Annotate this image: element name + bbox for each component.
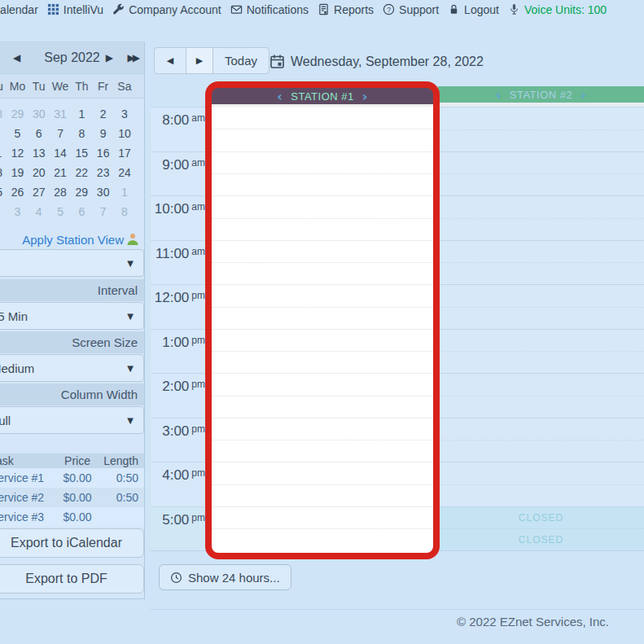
mini-calendar-day[interactable]: 24 bbox=[118, 166, 131, 179]
nav-item-logout[interactable]: Logout bbox=[448, 3, 499, 16]
nav-item-calendar[interactable]: Calendar bbox=[0, 3, 38, 16]
today-button[interactable]: Today bbox=[213, 48, 269, 73]
mini-calendar-day[interactable]: 11 bbox=[0, 147, 2, 160]
station-view-select[interactable]: ▼ bbox=[0, 249, 144, 277]
mini-calendar-day[interactable]: 3 bbox=[15, 205, 21, 218]
mini-calendar-day[interactable]: 14 bbox=[54, 147, 67, 160]
interval-select[interactable]: 15 Min ▼ bbox=[0, 302, 144, 330]
mini-calendar-day[interactable]: 1 bbox=[121, 186, 128, 199]
mini-calendar-day[interactable]: 5 bbox=[57, 205, 64, 218]
nav-item-support[interactable]: ? Support bbox=[383, 3, 439, 16]
services-table: Task Price Length Service #1$0.000:50Ser… bbox=[0, 453, 145, 527]
nav-label: Notifications bbox=[247, 3, 309, 16]
mini-calendar-day[interactable]: 21 bbox=[54, 166, 67, 179]
mini-calendar-day[interactable]: 5 bbox=[15, 127, 21, 140]
show-24-hours-button[interactable]: Show 24 hours... bbox=[159, 564, 291, 590]
mini-calendar-day[interactable]: 26 bbox=[11, 186, 24, 199]
station1-slot[interactable] bbox=[212, 506, 433, 551]
service-row[interactable]: Service #3$0.00 bbox=[0, 507, 145, 527]
station2-slot[interactable] bbox=[438, 107, 644, 151]
mini-calendar-day[interactable]: 15 bbox=[76, 147, 89, 160]
station1-slot[interactable] bbox=[212, 373, 433, 418]
wrench-icon bbox=[112, 3, 125, 15]
station1-slot[interactable] bbox=[212, 462, 433, 506]
nav-item-notifications[interactable]: Notifications bbox=[230, 3, 309, 16]
mini-calendar-day[interactable]: 13 bbox=[33, 147, 46, 160]
mini-calendar-day[interactable]: 19 bbox=[11, 166, 24, 179]
station2-slot[interactable] bbox=[438, 373, 644, 418]
mini-calendar-day[interactable]: 30 bbox=[97, 186, 110, 199]
mini-calendar-day[interactable]: 31 bbox=[54, 107, 67, 120]
mini-calendar-day[interactable]: 6 bbox=[78, 205, 85, 218]
time-label: 10:00am bbox=[151, 195, 210, 240]
station2-prev-icon[interactable]: ‹ bbox=[496, 87, 502, 103]
nav-item-reports[interactable]: Reports bbox=[318, 3, 374, 16]
station1-slot[interactable] bbox=[212, 151, 433, 196]
mini-calendar-next-button[interactable]: ▶ bbox=[106, 52, 113, 64]
service-row[interactable]: Service #1$0.000:50 bbox=[0, 468, 145, 488]
weekday-label: Tu bbox=[33, 80, 46, 93]
column-width-label: Column Width bbox=[0, 383, 144, 405]
station1-slot[interactable] bbox=[212, 195, 433, 240]
station2-slot[interactable] bbox=[438, 418, 644, 462]
station1-next-icon[interactable]: › bbox=[362, 89, 368, 104]
mini-calendar-day[interactable]: 29 bbox=[11, 107, 24, 120]
station2-header[interactable]: ‹ STATION #2 › bbox=[438, 86, 644, 103]
station2-slot[interactable] bbox=[438, 329, 644, 374]
station1-slot[interactable] bbox=[212, 107, 433, 151]
mini-calendar-day[interactable]: 18 bbox=[0, 166, 2, 179]
mini-calendar-day[interactable]: 3 bbox=[121, 107, 128, 120]
mini-calendar-day[interactable]: 2 bbox=[100, 107, 107, 120]
nav-item-company-account[interactable]: Company Account bbox=[112, 3, 221, 16]
station2-slot[interactable] bbox=[438, 151, 644, 196]
mini-calendar-day[interactable]: 10 bbox=[118, 127, 131, 140]
mini-calendar-day[interactable]: 28 bbox=[0, 107, 2, 120]
service-row[interactable]: Service #2$0.000:50 bbox=[0, 488, 145, 507]
station1-slot[interactable] bbox=[212, 284, 433, 329]
mini-calendar-day[interactable]: 16 bbox=[97, 147, 110, 160]
mini-calendar-day[interactable]: 12 bbox=[11, 147, 24, 160]
apply-station-view-link[interactable]: Apply Station View bbox=[22, 232, 140, 247]
mini-calendar-day[interactable]: 1 bbox=[78, 107, 85, 120]
mini-calendar-day[interactable]: 27 bbox=[33, 186, 46, 199]
mini-calendar-day[interactable]: 29 bbox=[76, 186, 89, 199]
mini-calendar-day[interactable]: 17 bbox=[118, 147, 131, 160]
station2-slot[interactable] bbox=[438, 240, 644, 285]
column-width-select[interactable]: Full ▼ bbox=[0, 406, 144, 434]
nav-item-intellivu[interactable]: IntelliVu bbox=[47, 3, 103, 16]
station2-slot[interactable] bbox=[438, 462, 644, 506]
station2-next-icon[interactable]: › bbox=[580, 87, 586, 103]
mini-calendar-day[interactable]: 30 bbox=[33, 107, 46, 120]
export-pdf-button[interactable]: Export to PDF bbox=[0, 564, 144, 594]
mini-calendar-day[interactable]: 8 bbox=[78, 127, 85, 140]
next-day-button[interactable]: ▶ bbox=[186, 48, 213, 73]
mini-calendar-day[interactable]: 6 bbox=[36, 127, 42, 140]
prev-day-button[interactable]: ◀ bbox=[155, 48, 186, 73]
screen-size-select[interactable]: Medium ▼ bbox=[0, 354, 144, 382]
mini-calendar-day[interactable]: 4 bbox=[36, 205, 42, 218]
station1-prev-icon[interactable]: ‹ bbox=[277, 89, 283, 104]
station2-slot[interactable] bbox=[438, 195, 644, 240]
station1-header[interactable]: ‹ STATION #1 › bbox=[212, 88, 433, 104]
mini-calendar-day[interactable]: 8 bbox=[121, 205, 128, 218]
envelope-icon bbox=[230, 3, 243, 15]
mini-calendar-day[interactable]: 22 bbox=[76, 166, 89, 179]
mini-calendar-day[interactable]: 23 bbox=[97, 166, 110, 179]
mini-calendar-day[interactable]: 20 bbox=[33, 166, 46, 179]
station1-slot[interactable] bbox=[212, 240, 433, 285]
mini-calendar-day[interactable]: 7 bbox=[57, 127, 64, 140]
weekday-label: We bbox=[52, 80, 69, 93]
mini-calendar-day[interactable]: 7 bbox=[100, 205, 107, 218]
top-nav: Calendar IntelliVu Company Account Notif… bbox=[0, 1, 607, 18]
mini-calendar-prev-button[interactable]: ◀ bbox=[13, 52, 20, 64]
export-icalendar-button[interactable]: Export to iCalendar bbox=[0, 528, 144, 558]
station1-slot[interactable] bbox=[212, 418, 433, 462]
mini-calendar-day[interactable]: 25 bbox=[0, 186, 2, 199]
mini-calendar-day[interactable]: 9 bbox=[100, 127, 107, 140]
station1-label: STATION #1 bbox=[291, 90, 353, 103]
mini-calendar-day[interactable]: 28 bbox=[54, 186, 67, 199]
mini-calendar-fast-next-button[interactable]: ▶▶ bbox=[128, 52, 138, 64]
time-label: 9:00am bbox=[151, 151, 210, 196]
station1-slot[interactable] bbox=[212, 329, 433, 374]
station2-slot[interactable] bbox=[438, 284, 644, 329]
